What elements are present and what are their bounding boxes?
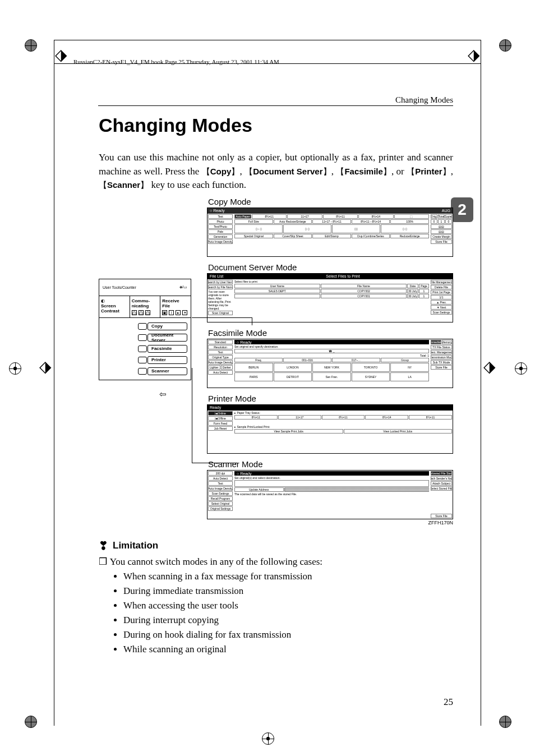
cb5: Store File [431,239,452,244]
limitation-line-text: You cannot switch modes in any of the fo… [110,556,322,567]
screen-label-b: Contrast [101,308,119,314]
recv-cell: Receive File ▣i▸✶ [160,296,191,317]
copy-side-0: Text [208,214,233,219]
fax-main: ○ Ready Set original and specify destina… [234,339,430,388]
cb4: Reduce/Enlarge [390,234,429,238]
fk1: LONDON [274,363,312,372]
ft0: Freq. [234,358,283,362]
panel-btn-copy[interactable]: Copy [147,322,187,330]
ch0: Orig. [431,214,437,219]
prt0: 8½×11 [234,415,278,420]
case-1: During immediate transmission [123,586,453,597]
scr2: Attach Subject [431,481,452,486]
panel-btn-scanner[interactable]: Scanner [147,367,187,375]
sc1: Auto Detect [208,476,233,481]
dsr3: Scan Settings [431,310,452,315]
copy-th2: ▯·▯ [283,224,331,233]
fr3: Sub TX Mode [431,360,452,365]
scr0: Delivered File Status [431,471,452,476]
sc-ready: Ready [240,472,251,476]
dsr-prev: ▲ Prev. [431,300,452,305]
ch2: Copies [445,214,452,219]
copy-tray-3: 8½×14 [358,214,393,219]
copy-side: Text Photo Text/Photo Pale Generation Au… [207,214,233,256]
fk9: LA [390,372,429,381]
comm-label-a: Commu- [132,298,150,303]
figure-row: User Tools/Counter ◈/▭ ◐ Screen Contrast… [99,197,453,529]
panel-btn-facsimile[interactable]: Facsimile [147,345,187,353]
printer-mock: Ready |◀ Online |◀ Offline Form Feed Job… [207,404,453,454]
copy-fullsize: Full Size [234,219,273,224]
cb1: Cover/Slip Sheet [274,234,312,238]
limitation-heading: ❣ Limitation [99,539,453,552]
cb2: Edit/Stamp [312,234,351,238]
modes-column: Copy Mode ○ ReadyAUG Text Photo Text/Pho… [207,197,453,529]
sc-note: The scanned data will be saved as the st… [234,492,429,496]
cv0: 0 [431,219,437,224]
panel-btn-printer[interactable]: Printer [147,356,187,364]
copy-ratio: 100% [390,219,429,224]
ds-r10 [234,294,320,298]
fr1: Dest. Management [431,350,452,354]
recv-label-b: File [162,303,170,308]
cv2: 0 [445,219,452,224]
ds-right: File Management Delete File Print 1st Pa… [430,279,453,322]
dsr2: Print 1st Page [431,290,452,294]
ds-c0: User Name [234,284,320,288]
copy-ratio-a: 11×17→8½×11 [312,219,351,224]
edge-left [54,40,54,726]
limitation-head-text: Limitation [113,540,158,551]
doc-server-mock: File ListSelect Files to Print Search by… [207,273,453,322]
panel-btn-doc-server[interactable]: Document Server [147,334,187,342]
limitation-section: ❣ Limitation ❒ You cannot switch modes i… [99,539,453,655]
doc-server-mode-block: Document Server Mode File ListSelect Fil… [207,262,453,322]
limitation-cases: When scanning in a fax message for trans… [123,571,453,655]
running-head: Changing Modes [395,95,453,105]
scr1: Attach Sender's Name [431,476,452,481]
ds-c2: Date [407,284,418,288]
cv1: 1 [438,219,445,224]
reg-mark-left [3,357,26,379]
fr4: Store File [431,365,452,370]
sc-dest [234,480,429,487]
copy-th4: ▯·▯ [381,224,429,233]
ds-c3: Page [419,284,429,288]
pr-l0: Paper Tray Status: [237,411,260,414]
sc4: Scan Settings [208,491,233,496]
keycap-doc-server: Document Server [245,167,331,176]
sc7: Original Settings [208,506,233,511]
control-panel-buttons: Copy Document Server Facsimile Printer S… [99,318,191,380]
fk2: NEW YORK [312,363,351,372]
control-panel-column: User Tools/Counter ◈/▭ ◐ Screen Contrast… [99,279,191,399]
case-3: During interrupt copying [123,615,453,626]
section-tab: 2 [451,197,473,222]
dsr0: File Management [431,280,452,284]
copy-side-5: Auto Image Density [208,239,233,244]
scr4: Store File [431,514,452,518]
fax-mem: Memory [442,340,453,344]
printer-mode-title: Printer Mode [208,394,453,403]
prt2: 8½×11 [322,415,365,420]
running-head-rule [98,105,453,106]
corner-globe-br [494,710,516,732]
fax-total: Total: 1 [234,354,429,357]
comm-cell: Commu- nicating 凸凸凸 [130,296,161,317]
sc2: Text [208,481,233,486]
sort-icon: ▤▤ [431,224,452,229]
reg-mark-bottom [256,727,279,749]
copy-ready: Ready [213,209,224,213]
keycap-printer: Printer [407,167,451,176]
book-header-line: RussianC2-EN-sysF1_V4_FM.book Page 25 Th… [73,58,279,65]
ds-r13: 1 [419,294,429,298]
screen-label-a: Screen [101,303,116,308]
diamond-key-icon: ◈/▭ [179,285,187,289]
user-tools-counter-label: User Tools/Counter [103,285,136,289]
ds-s3: Scan Original [208,311,233,315]
recv-label-a: Receive [162,298,179,303]
ds-note: You can scan originals to store them. Af… [208,290,233,310]
edge-right [481,40,481,726]
sc-main: ○ Ready Set original(s) and select desti… [234,471,430,519]
prt1: 11×17 [278,415,321,420]
page-number: 25 [444,697,453,708]
prt3: 8½×14 [365,415,408,420]
